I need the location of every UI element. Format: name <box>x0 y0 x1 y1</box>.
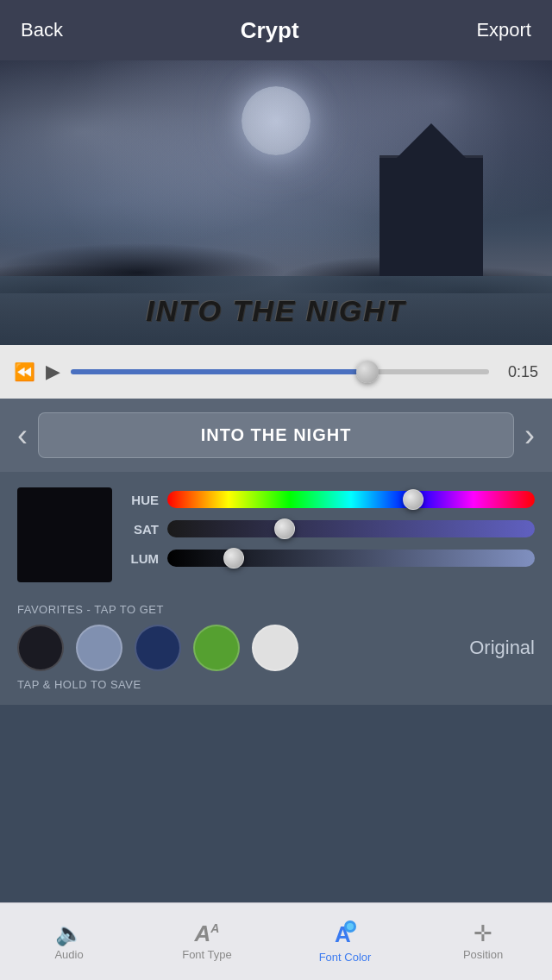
tab-font-type-label: Font Type <box>182 948 232 961</box>
prev-text-button[interactable]: ‹ <box>17 420 28 451</box>
position-icon: ✛ <box>474 922 492 945</box>
back-button[interactable]: Back <box>21 19 63 41</box>
sat-label: SAT <box>126 522 159 537</box>
tab-font-color-label: Font Color <box>319 951 372 964</box>
progress-track[interactable] <box>71 369 489 374</box>
lum-thumb[interactable] <box>223 548 244 569</box>
favorites-section: FAVORITES - TAP TO GET Original TAP & HO… <box>0 596 552 705</box>
tap-hold-label: TAP & HOLD TO SAVE <box>17 678 535 691</box>
export-button[interactable]: Export <box>476 19 531 41</box>
tab-position[interactable]: ✛ Position <box>414 903 552 980</box>
tab-position-label: Position <box>463 948 503 961</box>
gray-swatch[interactable] <box>76 625 122 671</box>
dark-swatch[interactable] <box>17 625 64 671</box>
color-preview-box <box>17 487 112 582</box>
color-picker-area: HUE SAT LUM <box>0 472 552 596</box>
audio-icon: 🔈 <box>55 922 83 945</box>
tab-audio-label: Audio <box>54 948 83 961</box>
image-area: INTO THE NIGHT <box>0 60 552 345</box>
tab-bar: 🔈 Audio AA Font Type A Font Color ✛ Posi… <box>0 902 552 980</box>
time-label: 0:15 <box>499 363 538 381</box>
font-color-icon: A <box>331 920 359 947</box>
sat-row: SAT <box>126 520 535 537</box>
play-button[interactable]: ▶ <box>46 361 60 383</box>
lum-slider-track[interactable] <box>167 550 535 567</box>
next-text-button[interactable]: › <box>524 420 535 451</box>
hue-slider-track[interactable] <box>167 491 535 508</box>
playback-bar: ⏪ ▶ 0:15 <box>0 345 552 399</box>
hue-row: HUE <box>126 491 535 508</box>
sat-thumb[interactable] <box>274 518 295 539</box>
progress-thumb[interactable] <box>356 361 379 383</box>
image-overlay-text: INTO THE NIGHT <box>0 294 552 328</box>
building-decoration <box>380 155 483 276</box>
current-text-display[interactable]: INTO THE NIGHT <box>38 412 514 458</box>
svg-point-2 <box>347 923 354 930</box>
favorites-row: Original <box>17 625 535 671</box>
favorites-tap-to-get-label: FAVORITES - TAP TO GET <box>17 603 535 616</box>
nav-title: Crypt <box>241 17 299 44</box>
hue-label: HUE <box>126 493 159 507</box>
rewind-button[interactable]: ⏪ <box>14 361 35 382</box>
color-sliders: HUE SAT LUM <box>17 487 535 582</box>
sat-slider-track[interactable] <box>167 520 535 537</box>
original-label[interactable]: Original <box>469 637 535 659</box>
sliders-group: HUE SAT LUM <box>126 487 535 567</box>
lum-label: LUM <box>126 551 159 566</box>
lum-row: LUM <box>126 550 535 567</box>
hue-thumb[interactable] <box>403 489 423 510</box>
tab-audio[interactable]: 🔈 Audio <box>0 903 138 980</box>
tab-font-color[interactable]: A Font Color <box>276 903 414 980</box>
white-swatch[interactable] <box>252 625 298 671</box>
nav-bar: Back Crypt Export <box>0 0 552 60</box>
text-panel: ‹ INTO THE NIGHT › <box>0 399 552 472</box>
tab-font-type[interactable]: AA Font Type <box>138 903 276 980</box>
font-type-icon: AA <box>195 922 220 945</box>
green-swatch[interactable] <box>193 625 240 671</box>
navy-swatch[interactable] <box>135 625 181 671</box>
